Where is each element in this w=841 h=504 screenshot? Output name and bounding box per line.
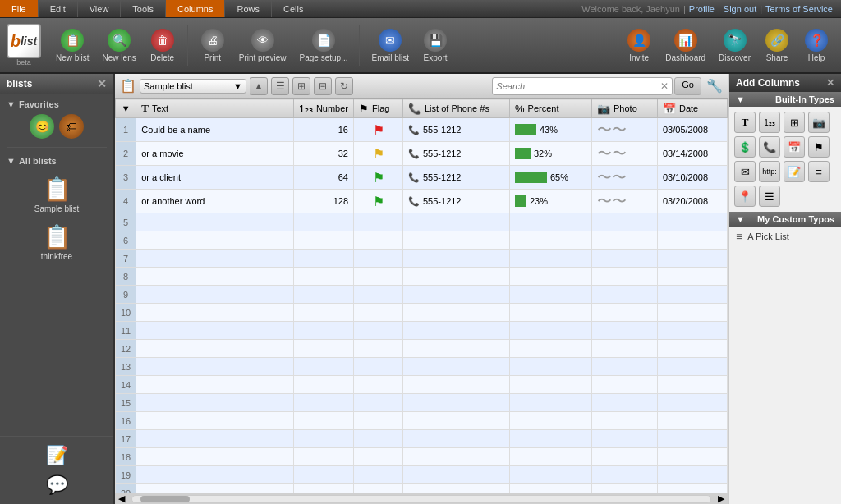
empty-cell[interactable] xyxy=(592,340,658,358)
col-header-date[interactable]: 📅 Date xyxy=(658,99,728,118)
sidebar-notes-icon[interactable]: 📝 xyxy=(46,445,68,466)
empty-cell[interactable] xyxy=(658,268,728,286)
empty-cell[interactable] xyxy=(510,448,592,466)
empty-cell[interactable] xyxy=(510,286,592,304)
type-btn-phone[interactable]: 📞 xyxy=(759,136,780,158)
empty-cell[interactable] xyxy=(293,286,353,304)
empty-cell[interactable] xyxy=(658,484,728,493)
built-in-types-header[interactable]: ▼ Built-In Types xyxy=(729,92,841,107)
empty-cell[interactable] xyxy=(293,466,353,484)
empty-cell[interactable] xyxy=(293,250,353,268)
empty-cell[interactable] xyxy=(136,286,293,304)
blist-selector[interactable]: Sample blist ▼ xyxy=(140,79,246,94)
empty-cell[interactable] xyxy=(592,250,658,268)
type-btn-url[interactable]: http: xyxy=(759,161,780,182)
cell-photo[interactable]: 〜〜 xyxy=(592,166,658,190)
empty-cell[interactable] xyxy=(592,376,658,394)
empty-cell[interactable] xyxy=(592,430,658,448)
tos-link[interactable]: Terms of Service xyxy=(765,4,833,14)
empty-cell[interactable] xyxy=(136,358,293,376)
empty-cell[interactable] xyxy=(354,484,403,493)
empty-cell[interactable] xyxy=(658,231,728,250)
type-btn-list[interactable]: ≡ xyxy=(808,161,830,182)
empty-cell[interactable] xyxy=(293,268,353,286)
type-btn-note[interactable]: 📝 xyxy=(784,161,805,182)
col-header-flag[interactable]: ⚑ Flag xyxy=(354,99,403,118)
empty-cell[interactable] xyxy=(354,358,403,376)
cell-text[interactable]: or another word xyxy=(136,190,293,213)
col-header-percent[interactable]: % Percent xyxy=(510,99,592,118)
profile-link[interactable]: Profile xyxy=(689,4,715,14)
cell-photo[interactable]: 〜〜 xyxy=(592,190,658,213)
empty-cell[interactable] xyxy=(136,322,293,340)
type-btn-currency[interactable]: 💲 xyxy=(734,136,756,158)
favorites-icon-2[interactable]: 🏷 xyxy=(59,114,84,139)
empty-cell[interactable] xyxy=(658,430,728,448)
print-preview-button[interactable]: 👁 Print preview xyxy=(234,25,292,66)
share-button[interactable]: 🔗 Share xyxy=(759,25,795,66)
type-btn-email[interactable]: ✉ xyxy=(734,161,756,182)
empty-cell[interactable] xyxy=(592,412,658,430)
search-go-button[interactable]: Go xyxy=(674,77,701,95)
sidebar-close-button[interactable]: ✕ xyxy=(97,77,107,90)
type-btn-date[interactable]: 📅 xyxy=(784,136,805,158)
custom-type-picklist[interactable]: ≡ A Pick List xyxy=(729,227,841,246)
cell-percent[interactable]: 65% xyxy=(510,166,592,190)
empty-cell[interactable] xyxy=(658,340,728,358)
empty-cell[interactable] xyxy=(510,358,592,376)
empty-cell[interactable] xyxy=(592,466,658,484)
empty-cell[interactable] xyxy=(510,412,592,430)
empty-cell[interactable] xyxy=(136,394,293,412)
cell-date[interactable]: 03/05/2008 xyxy=(658,118,728,142)
empty-cell[interactable] xyxy=(293,412,353,430)
cell-flag[interactable]: ⚑ xyxy=(354,142,403,166)
empty-cell[interactable] xyxy=(658,448,728,466)
empty-cell[interactable] xyxy=(293,231,353,250)
cell-percent[interactable]: 32% xyxy=(510,142,592,166)
empty-cell[interactable] xyxy=(293,340,353,358)
empty-cell[interactable] xyxy=(510,322,592,340)
empty-cell[interactable] xyxy=(403,466,510,484)
cell-date[interactable]: 03/10/2008 xyxy=(658,166,728,190)
empty-cell[interactable] xyxy=(658,304,728,322)
empty-cell[interactable] xyxy=(136,213,293,231)
empty-cell[interactable] xyxy=(136,340,293,358)
empty-cell[interactable] xyxy=(510,231,592,250)
empty-cell[interactable] xyxy=(592,448,658,466)
cell-flag[interactable]: ⚑ xyxy=(354,166,403,190)
help-button[interactable]: ❓ Help xyxy=(798,25,834,66)
table-container[interactable]: ▼ T Text 1₂₃ Number xyxy=(115,99,728,493)
empty-cell[interactable] xyxy=(293,304,353,322)
empty-cell[interactable] xyxy=(293,322,353,340)
empty-cell[interactable] xyxy=(658,286,728,304)
addr-split-button[interactable]: ⊟ xyxy=(314,77,332,95)
empty-cell[interactable] xyxy=(136,430,293,448)
cell-number[interactable]: 32 xyxy=(293,142,353,166)
empty-cell[interactable] xyxy=(658,466,728,484)
type-btn-grid[interactable]: ⊞ xyxy=(784,112,805,133)
empty-cell[interactable] xyxy=(510,340,592,358)
search-input[interactable] xyxy=(496,81,660,91)
empty-cell[interactable] xyxy=(354,412,403,430)
page-setup-button[interactable]: 📄 Page setup... xyxy=(295,25,353,66)
empty-cell[interactable] xyxy=(354,448,403,466)
invite-button[interactable]: 👤 Invite xyxy=(621,25,657,66)
empty-cell[interactable] xyxy=(354,268,403,286)
empty-cell[interactable] xyxy=(293,213,353,231)
empty-cell[interactable] xyxy=(293,394,353,412)
empty-cell[interactable] xyxy=(354,304,403,322)
empty-cell[interactable] xyxy=(510,213,592,231)
empty-cell[interactable] xyxy=(658,213,728,231)
sidebar-item-sample-blist[interactable]: 📋 Sample blist xyxy=(7,171,107,218)
empty-cell[interactable] xyxy=(293,484,353,493)
cell-phone[interactable]: 📞555-1212 xyxy=(403,190,510,213)
empty-cell[interactable] xyxy=(592,358,658,376)
empty-cell[interactable] xyxy=(510,466,592,484)
favorites-icon-1[interactable]: 😊 xyxy=(30,114,54,139)
scroll-right-arrow[interactable]: ▶ xyxy=(715,493,728,504)
addr-list-button[interactable]: ☰ xyxy=(271,77,289,95)
empty-cell[interactable] xyxy=(658,322,728,340)
empty-cell[interactable] xyxy=(592,286,658,304)
empty-cell[interactable] xyxy=(403,304,510,322)
empty-cell[interactable] xyxy=(403,250,510,268)
